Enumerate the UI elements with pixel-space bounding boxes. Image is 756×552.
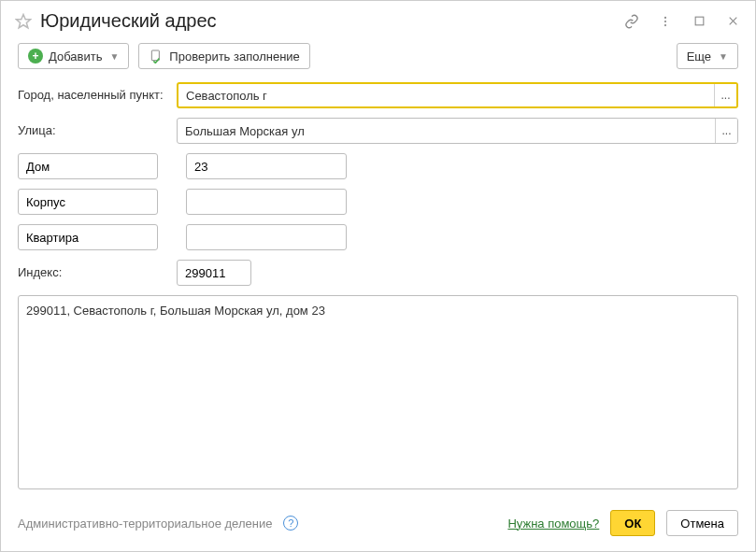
korpus-value-input[interactable]: [187, 190, 347, 214]
house-type-value: [19, 154, 158, 178]
svg-rect-4: [695, 17, 704, 25]
city-field-group: ...: [177, 82, 738, 108]
street-label: Улица:: [18, 118, 167, 137]
toolbar: + Добавить ▼ Проверить заполнение Еще ▼: [1, 39, 755, 78]
add-button[interactable]: + Добавить ▼: [18, 43, 129, 69]
street-input[interactable]: [178, 119, 715, 143]
korpus-type-select[interactable]: ▼: [18, 189, 158, 215]
svg-point-1: [664, 16, 666, 18]
close-icon[interactable]: [723, 12, 742, 31]
svg-marker-0: [17, 14, 31, 27]
more-vertical-icon[interactable]: [656, 12, 675, 31]
svg-point-3: [664, 24, 666, 26]
titlebar: Юридический адрес: [1, 1, 755, 39]
document-check-icon: [149, 49, 164, 64]
street-ellipsis-button[interactable]: ...: [715, 119, 737, 143]
check-fill-button[interactable]: Проверить заполнение: [138, 43, 309, 69]
cancel-button[interactable]: Отмена: [666, 510, 738, 536]
house-value-input[interactable]: [187, 154, 347, 178]
footer: Административно-территориальное деление …: [1, 499, 755, 551]
dialog-window: Юридический адрес: [0, 0, 756, 552]
house-type-select[interactable]: ▼: [18, 153, 158, 179]
need-help-link[interactable]: Нужна помощь?: [507, 517, 599, 531]
index-input[interactable]: [177, 260, 251, 286]
svg-point-2: [664, 20, 666, 21]
maximize-icon[interactable]: [690, 12, 708, 31]
house-value-group: ...: [186, 153, 347, 179]
help-icon[interactable]: ?: [283, 516, 298, 531]
more-button[interactable]: Еще ▼: [677, 43, 738, 69]
window-title: Юридический адрес: [40, 10, 615, 32]
flat-type-select[interactable]: ▼: [18, 224, 158, 250]
plus-circle-icon: +: [28, 49, 43, 64]
link-icon[interactable]: [622, 12, 641, 31]
city-input[interactable]: [178, 84, 714, 106]
form-area: Город, населенный пункт: ... Улица: ... …: [1, 78, 755, 499]
chevron-down-icon: ▼: [109, 51, 119, 62]
korpus-value-group: [186, 189, 347, 215]
flat-value-input[interactable]: [187, 225, 347, 249]
index-label: Индекс:: [18, 260, 167, 279]
street-field-group: ...: [177, 118, 738, 144]
flat-type-value: [19, 225, 158, 249]
favorite-star-icon[interactable]: [14, 12, 33, 31]
admin-division-link[interactable]: Административно-территориальное деление: [18, 517, 272, 531]
korpus-type-value: [19, 190, 158, 214]
full-address-textarea[interactable]: [18, 295, 738, 489]
chevron-down-icon: ▼: [719, 51, 728, 62]
more-button-label: Еще: [687, 50, 711, 64]
city-ellipsis-button[interactable]: ...: [714, 84, 736, 106]
check-fill-label: Проверить заполнение: [169, 50, 299, 64]
flat-value-group: [186, 224, 347, 250]
add-button-label: Добавить: [49, 50, 102, 64]
city-label: Город, населенный пункт:: [18, 82, 167, 102]
ok-button[interactable]: ОК: [610, 510, 655, 536]
